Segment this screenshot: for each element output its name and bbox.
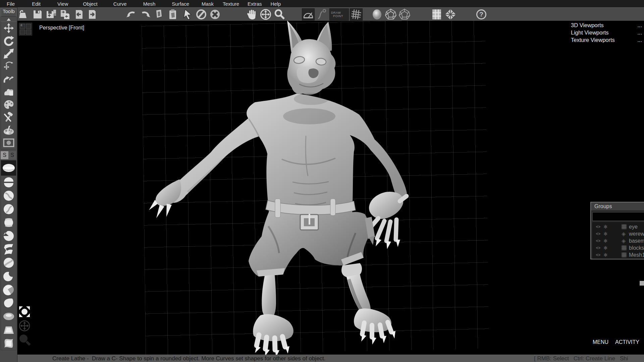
construct-tool[interactable]: [1, 111, 16, 124]
move-view-icon[interactable]: [259, 8, 272, 20]
primitive-objects-tool[interactable]: [1, 85, 16, 98]
move-tool[interactable]: [1, 22, 16, 35]
viewport-option-light[interactable]: Light Viewports ...: [571, 29, 642, 37]
deselect-all-icon[interactable]: [195, 8, 208, 20]
pan-view-dim-icon[interactable]: [18, 320, 31, 332]
focus-view-icon[interactable]: [18, 306, 31, 318]
grid-snap-icon[interactable]: [350, 8, 363, 20]
select-cursor-icon[interactable]: [181, 8, 194, 20]
menu-mask[interactable]: Mask: [202, 1, 214, 7]
menu-bar: File Edit View Object Curve Mesh Surface…: [0, 0, 644, 7]
freeze-asterisk-icon[interactable]: ✱: [603, 238, 611, 244]
menu-extras[interactable]: Extras: [248, 1, 262, 7]
paint-palette-tool[interactable]: [1, 124, 16, 136]
rotate-object-tool[interactable]: [1, 73, 16, 85]
menu-file[interactable]: File: [7, 1, 15, 7]
bitten-sphere-shape[interactable]: [1, 229, 16, 243]
menu-mesh[interactable]: Mesh: [143, 1, 156, 7]
group-row-eye[interactable]: ✱ eye: [593, 223, 644, 230]
curve-point-icon[interactable]: [316, 8, 328, 20]
toolbox-title[interactable]: Toolb: [1, 8, 16, 17]
group-row-blocks[interactable]: ✱ blocks: [593, 244, 644, 251]
wireframe-shaded-view-icon[interactable]: [398, 8, 411, 20]
crescent-shape[interactable]: [1, 269, 16, 283]
export-objects-icon[interactable]: [59, 8, 71, 20]
double-hemisphere-shape[interactable]: [1, 176, 16, 189]
activity-button[interactable]: ACTIVITY: [615, 339, 639, 345]
export-file-icon[interactable]: [86, 8, 99, 20]
ribbon-shape[interactable]: [1, 243, 16, 256]
warped-page-shape[interactable]: [1, 337, 16, 350]
lathe-shape[interactable]: [1, 160, 16, 176]
redo-icon[interactable]: [139, 8, 152, 20]
ellipsis-icon: ...: [637, 37, 642, 44]
visibility-eye-icon[interactable]: [595, 239, 603, 243]
visibility-eye-icon[interactable]: [595, 232, 603, 236]
visibility-eye-icon[interactable]: [595, 225, 603, 229]
freeze-asterisk-icon[interactable]: ✱: [603, 224, 611, 230]
material-palette-tool[interactable]: [1, 98, 16, 111]
import-file-icon[interactable]: [72, 8, 85, 20]
undo-icon[interactable]: [125, 8, 138, 20]
menu-view[interactable]: View: [57, 1, 68, 7]
swirl-blob-2-shape[interactable]: [1, 202, 16, 216]
swirl-sphere-shape[interactable]: [1, 256, 16, 269]
donut-shape[interactable]: [1, 310, 16, 323]
help-icon[interactable]: ?: [475, 8, 488, 20]
menu-curve[interactable]: Curve: [113, 1, 127, 7]
menu-button[interactable]: MENU: [593, 339, 608, 345]
move-object-tool[interactable]: [1, 60, 16, 73]
group-row-mesh1[interactable]: ✱ Mesh1: [593, 251, 644, 258]
freeze-asterisk-icon[interactable]: ✱: [603, 252, 611, 258]
zoom-view-icon[interactable]: [273, 8, 286, 20]
draw-mode-toolbar-group: DRAW POINT: [302, 8, 363, 20]
visibility-eye-icon[interactable]: [595, 246, 603, 250]
save-incremental-icon[interactable]: [45, 8, 58, 20]
freeze-asterisk-icon[interactable]: ✱: [603, 245, 611, 251]
render-select-tool[interactable]: [1, 136, 16, 149]
shaded-view-icon[interactable]: [371, 8, 383, 20]
shape-tab-1[interactable]: S: [1, 151, 8, 159]
delete-object-icon[interactable]: [209, 8, 221, 20]
menu-object[interactable]: Object: [83, 1, 97, 7]
scale-tool[interactable]: [1, 47, 16, 60]
shape-tab-2[interactable]: S: [8, 151, 16, 159]
visibility-eye-icon[interactable]: [595, 253, 603, 257]
grid-view-icon[interactable]: [430, 8, 443, 20]
freeze-asterisk-icon[interactable]: ✱: [603, 231, 611, 237]
spool-shape[interactable]: [1, 216, 16, 229]
menu-texture[interactable]: Texture: [223, 1, 239, 7]
viewport-option-3d[interactable]: 3D Viewports ...: [571, 22, 642, 29]
group-row-werewolf[interactable]: ✱ ◈ werewo: [593, 230, 644, 237]
menu-surface[interactable]: Surface: [172, 1, 189, 7]
trapezoid-shape[interactable]: [1, 323, 16, 337]
groups-panel-title[interactable]: Groups: [591, 202, 644, 211]
open-file-icon[interactable]: [17, 8, 30, 20]
group-label: werewo: [629, 231, 644, 237]
draw-point-button[interactable]: DRAW POINT: [329, 8, 349, 20]
teardrop-shape[interactable]: [1, 296, 16, 310]
group-label: Mesh1: [629, 252, 644, 258]
shape-tabs: S S: [1, 151, 16, 159]
mesh-diamond-view-icon[interactable]: [444, 8, 457, 20]
menu-help[interactable]: Help: [271, 1, 281, 7]
viewport-3d[interactable]: 4 Perspective [Front] 3D Viewports ... L…: [17, 21, 644, 355]
groups-filter-input[interactable]: [592, 212, 644, 221]
cut-sphere-shape[interactable]: [1, 283, 16, 296]
toolbox-scroll-up-icon[interactable]: [7, 18, 11, 21]
viewport-view-label: Perspective [Front]: [39, 25, 84, 31]
wireframe-view-icon[interactable]: [384, 8, 397, 20]
swirl-blob-shape[interactable]: [1, 189, 16, 202]
viewport-option-texture[interactable]: Texture Viewports ...: [571, 37, 642, 44]
menu-edit[interactable]: Edit: [32, 1, 41, 7]
scrollbar-nub[interactable]: [640, 281, 644, 286]
zoom-view-dim-icon[interactable]: [18, 334, 31, 347]
protractor-icon[interactable]: [302, 8, 315, 20]
pan-hand-icon[interactable]: [246, 8, 258, 20]
paste-object-icon[interactable]: [166, 8, 179, 20]
copy-object-icon[interactable]: [153, 8, 165, 20]
save-file-icon[interactable]: [31, 8, 44, 20]
rotate-tool[interactable]: [1, 35, 16, 47]
group-label: blocks: [629, 245, 644, 251]
group-row-basemesh[interactable]: ✱ ◈ baseme: [593, 237, 644, 244]
